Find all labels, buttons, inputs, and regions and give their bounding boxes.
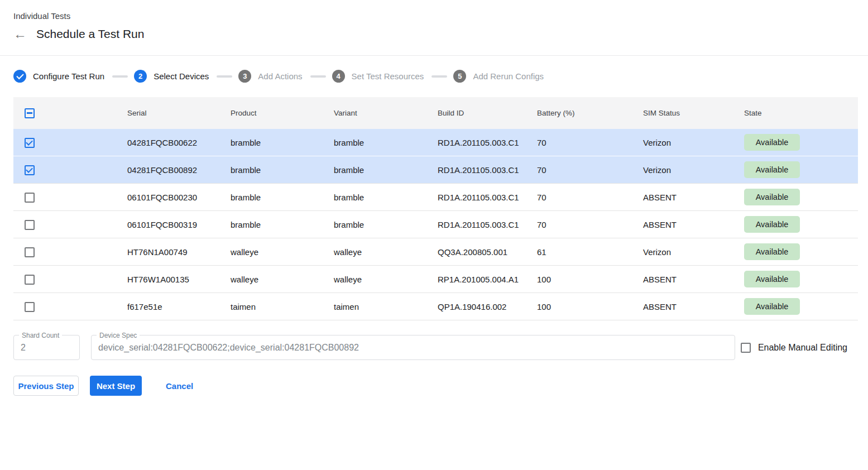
cell-battery: 70 xyxy=(537,220,643,229)
device-spec-section: Shard Count Device Spec Enable Manual Ed… xyxy=(13,335,847,360)
cell-sim-status: ABSENT xyxy=(643,193,744,202)
step-label: Add Actions xyxy=(258,71,302,81)
cell-build-id: QQ3A.200805.001 xyxy=(438,247,537,257)
cell-serial: 06101FQCB00230 xyxy=(127,193,231,202)
device-spec-input[interactable] xyxy=(92,335,735,359)
cell-battery: 100 xyxy=(537,275,643,284)
cell-serial: 04281FQCB00622 xyxy=(127,138,231,147)
step-label: Set Test Resources xyxy=(352,71,424,81)
enable-manual-editing-checkbox[interactable] xyxy=(741,343,751,353)
wizard-actions: Previous Step Next Step Cancel xyxy=(13,376,868,396)
step-2-indicator: 2 xyxy=(134,70,147,83)
column-header-serial: Serial xyxy=(127,109,231,117)
shard-count-label: Shard Count xyxy=(19,332,62,339)
cell-product: walleye xyxy=(231,247,334,257)
column-header-build-id: Build ID xyxy=(438,109,537,117)
step-connector xyxy=(310,75,326,78)
cell-variant: bramble xyxy=(334,220,438,229)
cell-serial: HT76N1A00749 xyxy=(127,247,231,257)
table-row[interactable]: 06101FQCB00230 bramble bramble RD1A.2011… xyxy=(13,184,858,211)
cell-sim-status: Verizon xyxy=(643,165,744,175)
step-5-indicator: 5 xyxy=(453,70,466,83)
cell-serial: 04281FQCB00892 xyxy=(127,165,231,175)
device-spec-field[interactable]: Device Spec xyxy=(91,335,735,360)
cell-battery: 70 xyxy=(537,165,643,175)
state-badge: Available xyxy=(744,298,800,315)
stepper-step-set-test-resources[interactable]: 4 Set Test Resources xyxy=(332,70,424,83)
step-label: Add Rerun Configs xyxy=(473,71,544,81)
cell-product: bramble xyxy=(231,138,334,147)
row-checkbox[interactable] xyxy=(25,220,35,230)
cell-sim-status: Verizon xyxy=(643,138,744,147)
row-checkbox[interactable] xyxy=(25,247,35,257)
table-row[interactable]: 06101FQCB00319 bramble bramble RD1A.2011… xyxy=(13,211,858,238)
back-button[interactable]: ← xyxy=(13,26,29,42)
column-header-battery: Battery (%) xyxy=(537,109,643,117)
cell-build-id: RD1A.201105.003.C1 xyxy=(438,193,537,202)
row-checkbox[interactable] xyxy=(25,302,35,312)
table-row[interactable]: 04281FQCB00892 bramble bramble RD1A.2011… xyxy=(13,156,858,184)
column-header-variant: Variant xyxy=(334,109,438,117)
cell-variant: walleye xyxy=(334,275,438,284)
row-checkbox[interactable] xyxy=(25,138,35,148)
column-header-product: Product xyxy=(231,109,334,117)
cell-serial: f617e51e xyxy=(127,302,231,311)
cell-product: bramble xyxy=(231,220,334,229)
state-badge: Available xyxy=(744,243,800,260)
column-header-sim-status: SIM Status xyxy=(643,109,744,117)
cell-battery: 100 xyxy=(537,302,643,311)
table-row[interactable]: HT76W1A00135 walleye walleye RP1A.201005… xyxy=(13,266,858,293)
page-title: Schedule a Test Run xyxy=(36,27,144,41)
table-row[interactable]: HT76N1A00749 walleye walleye QQ3A.200805… xyxy=(13,238,858,266)
cell-variant: walleye xyxy=(334,247,438,257)
state-badge: Available xyxy=(744,134,800,151)
cell-build-id: RD1A.201105.003.C1 xyxy=(438,138,537,147)
page-header: Individual Tests ← Schedule a Test Run xyxy=(0,0,868,56)
stepper-step-configure-test-run[interactable]: 1 Configure Test Run xyxy=(13,70,104,83)
breadcrumb: Individual Tests xyxy=(13,11,855,21)
cell-build-id: RD1A.201105.003.C1 xyxy=(438,220,537,229)
cell-sim-status: ABSENT xyxy=(643,302,744,311)
cell-build-id: QP1A.190416.002 xyxy=(438,302,537,311)
table-row[interactable]: f617e51e taimen taimen QP1A.190416.002 1… xyxy=(13,293,858,320)
table-header-row: Serial Product Variant Build ID Battery … xyxy=(13,97,858,129)
cell-battery: 70 xyxy=(537,193,643,202)
cell-product: taimen xyxy=(231,302,334,311)
arrow-back-icon: ← xyxy=(13,26,27,41)
cancel-button[interactable]: Cancel xyxy=(161,376,198,396)
cell-variant: bramble xyxy=(334,138,438,147)
table-body: 04281FQCB00622 bramble bramble RD1A.2011… xyxy=(13,129,858,320)
stepper: 1 Configure Test Run 2 Select Devices 3 … xyxy=(0,56,868,83)
state-badge: Available xyxy=(744,271,800,287)
select-all-checkbox[interactable] xyxy=(25,108,35,118)
stepper-step-add-rerun-configs[interactable]: 5 Add Rerun Configs xyxy=(453,70,544,83)
step-connector xyxy=(112,75,128,78)
shard-count-field[interactable]: Shard Count xyxy=(13,335,80,360)
cell-serial: 06101FQCB00319 xyxy=(127,220,231,229)
cell-build-id: RD1A.201105.003.C1 xyxy=(438,165,537,175)
cell-product: bramble xyxy=(231,165,334,175)
enable-manual-editing-control[interactable]: Enable Manual Editing xyxy=(741,343,847,353)
stepper-step-select-devices[interactable]: 2 Select Devices xyxy=(134,70,209,83)
table-row[interactable]: 04281FQCB00622 bramble bramble RD1A.2011… xyxy=(13,129,858,156)
cell-variant: bramble xyxy=(334,165,438,175)
cell-sim-status: ABSENT xyxy=(643,275,744,284)
previous-step-button[interactable]: Previous Step xyxy=(13,376,79,396)
row-checkbox[interactable] xyxy=(25,275,35,285)
cell-product: walleye xyxy=(231,275,334,284)
cell-sim-status: Verizon xyxy=(643,247,744,257)
stepper-step-add-actions[interactable]: 3 Add Actions xyxy=(238,70,302,83)
cell-serial: HT76W1A00135 xyxy=(127,275,231,284)
step-1-indicator-check-icon: 1 xyxy=(13,70,26,83)
next-step-button[interactable]: Next Step xyxy=(90,376,142,396)
cell-sim-status: ABSENT xyxy=(643,220,744,229)
step-4-indicator: 4 xyxy=(332,70,345,83)
cell-build-id: RP1A.201005.004.A1 xyxy=(438,275,537,284)
row-checkbox[interactable] xyxy=(25,193,35,203)
cell-variant: taimen xyxy=(334,302,438,311)
cell-product: bramble xyxy=(231,193,334,202)
cell-battery: 61 xyxy=(537,247,643,257)
step-label: Select Devices xyxy=(154,71,209,81)
device-spec-label: Device Spec xyxy=(97,332,140,339)
row-checkbox[interactable] xyxy=(25,165,35,175)
